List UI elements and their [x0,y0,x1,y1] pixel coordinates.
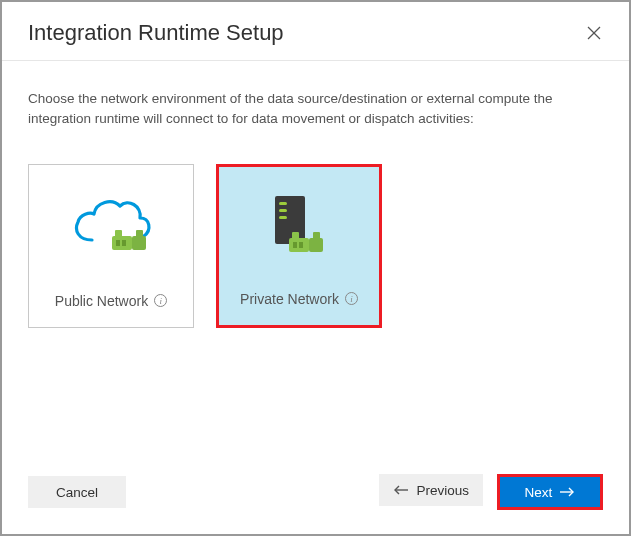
next-button[interactable]: Next [497,474,603,510]
cloud-icon [68,196,154,262]
svg-rect-17 [299,242,303,248]
option-private-network[interactable]: Private Network i [216,164,382,328]
svg-rect-11 [279,216,287,219]
svg-rect-5 [136,230,143,238]
option-public-label-row: Public Network i [55,293,167,309]
svg-rect-15 [313,232,320,240]
svg-rect-3 [132,236,146,250]
arrow-left-icon [393,485,409,495]
svg-rect-4 [115,230,122,238]
previous-button[interactable]: Previous [379,474,483,506]
svg-rect-13 [309,238,323,252]
svg-rect-9 [279,202,287,205]
cancel-button[interactable]: Cancel [28,476,126,508]
info-icon[interactable]: i [345,292,358,305]
previous-label: Previous [416,483,469,498]
svg-rect-6 [116,240,120,246]
footer-right: Previous Next [379,474,603,510]
dialog-footer: Cancel Previous Next [2,474,629,534]
dialog-header: Integration Runtime Setup [2,2,629,61]
next-label: Next [525,485,553,500]
option-private-label-row: Private Network i [240,291,358,307]
server-icon [261,194,337,264]
svg-rect-14 [292,232,299,240]
option-public-network[interactable]: Public Network i [28,164,194,328]
dialog-title: Integration Runtime Setup [28,20,284,46]
close-button[interactable] [585,24,603,42]
svg-rect-16 [293,242,297,248]
public-network-icon-wrap [29,165,193,293]
close-icon [587,26,601,40]
dialog-description: Choose the network environment of the da… [28,89,603,130]
option-private-label: Private Network [240,291,339,307]
svg-rect-7 [122,240,126,246]
network-options: Public Network i [28,164,603,328]
svg-rect-10 [279,209,287,212]
private-network-icon-wrap [219,167,379,291]
option-public-label: Public Network [55,293,148,309]
info-icon[interactable]: i [154,294,167,307]
arrow-right-icon [559,487,575,497]
dialog-content: Choose the network environment of the da… [2,61,629,474]
